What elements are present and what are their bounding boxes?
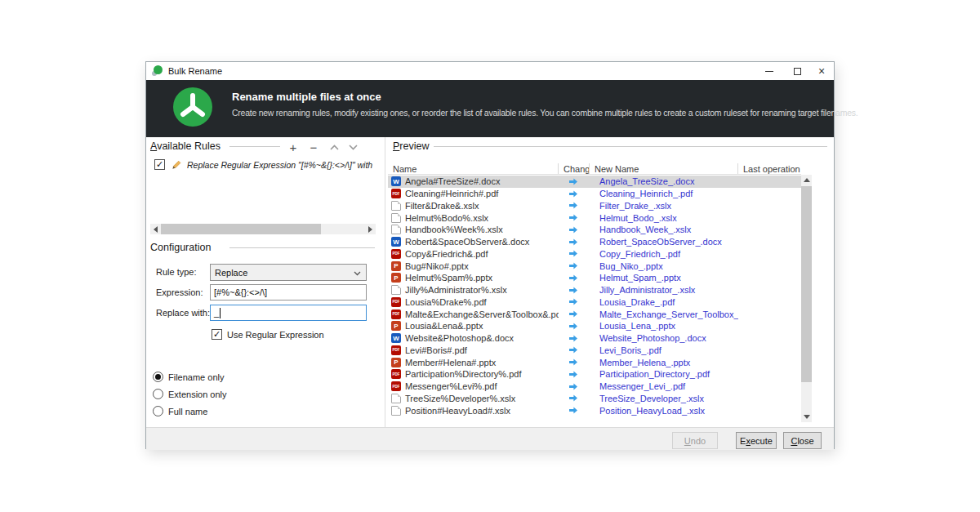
last-operation-status-cell <box>738 200 801 212</box>
new-file-name: Helmut_Bodo_.xslx <box>590 211 738 224</box>
new-file-name: TreeSize_Developer_.xslx <box>590 393 738 405</box>
table-row[interactable]: PMember#Helena#.pptxMember_Helena_.pptx <box>388 356 801 368</box>
column-header-change[interactable]: Change <box>559 163 590 174</box>
preview-vertical-scrollbar[interactable] <box>801 175 812 422</box>
table-row[interactable]: WAngela#TreeSize#.docxAngela_TreeSize_.d… <box>388 176 801 188</box>
change-cell <box>559 284 590 296</box>
radio-icon[interactable] <box>153 406 163 416</box>
last-operation-status-cell <box>738 296 801 309</box>
table-row[interactable]: PDFCleaning#Heinrich#.pdfCleaning_Heinri… <box>388 188 801 200</box>
pdf-file-icon: PDF <box>391 189 401 198</box>
table-row[interactable]: PDFMessenger%Levi%.pdfMessenger_Levi_.pd… <box>388 381 801 393</box>
move-rule-up-button[interactable] <box>326 140 342 154</box>
available-rules-heading: Available Rules <box>150 140 220 152</box>
change-arrow-icon <box>568 358 578 366</box>
change-cell <box>559 188 590 200</box>
file-name-cell: PHelmut%Spam%.pptx <box>388 272 559 284</box>
column-header-name[interactable]: Name <box>388 163 559 174</box>
table-row[interactable]: PBug#Niko#.pptxBug_Niko_.pptx <box>388 260 801 272</box>
remove-rule-button[interactable]: − <box>305 140 322 154</box>
file-name-cell: PDFLevi#Boris#.pdf <box>388 345 559 357</box>
scope-option-full-name[interactable]: Full name <box>153 405 207 417</box>
radio-selected-icon[interactable] <box>153 372 163 382</box>
change-arrow-icon <box>568 202 578 209</box>
new-file-name: Lousia_Drake_.pdf <box>590 296 738 309</box>
expression-label: Expression: <box>156 287 203 297</box>
close-button[interactable]: Close <box>783 432 822 449</box>
rule-type-label: Rule type: <box>156 267 197 277</box>
change-arrow-icon <box>568 226 578 234</box>
ppt-file-icon: P <box>391 358 401 367</box>
table-row[interactable]: WWebsite&Photoshop&.docxWebsite_Photosho… <box>388 332 801 345</box>
change-cell <box>559 345 590 357</box>
use-regex-option[interactable]: ✓ Use Regular Expression <box>212 329 324 340</box>
table-row[interactable]: PLousia&Lena&.pptxLousia_Lena_.pptx <box>388 320 801 332</box>
file-name-cell: PDFLousia%Drake%.pdf <box>388 296 559 309</box>
scroll-left-arrow-icon[interactable] <box>150 224 161 234</box>
radio-icon[interactable] <box>153 389 163 399</box>
title-bar[interactable]: Bulk Rename × <box>146 62 834 80</box>
last-operation-status-cell <box>738 404 801 416</box>
use-regex-checkbox[interactable]: ✓ <box>212 329 222 340</box>
change-arrow-icon <box>568 262 578 269</box>
scroll-down-arrow-icon[interactable] <box>801 412 812 422</box>
scrollbar-thumb[interactable] <box>801 186 812 382</box>
table-row[interactable]: TreeSize%Developer%.xslxTreeSize_Develop… <box>388 393 801 405</box>
file-name-cell: PBug#Niko#.pptx <box>388 260 559 272</box>
close-window-button[interactable]: × <box>808 62 835 80</box>
minimize-button[interactable] <box>755 62 783 80</box>
table-row[interactable]: Jilly%Administrator%.xslxJilly_Administr… <box>388 284 801 296</box>
rule-enabled-checkbox[interactable]: ✓ <box>154 159 165 170</box>
table-row[interactable]: Helmut%Bodo%.xslxHelmut_Bodo_.xslx <box>388 211 801 224</box>
table-row[interactable]: PDFCopy&Friedrich&.pdfCopy_Friedrich_.pd… <box>388 248 801 260</box>
rule-type-select[interactable]: Replace <box>210 264 367 281</box>
execute-button[interactable]: Execute <box>736 432 777 449</box>
table-row[interactable]: PHelmut%Spam%.pptxHelmut_Spam_.pptx <box>388 272 801 284</box>
original-file-name: Levi#Boris#.pdf <box>405 345 467 355</box>
replace-with-input[interactable]: _ <box>210 305 367 321</box>
table-row[interactable]: Position#HeavyLoad#.xslxPosition_HeavyLo… <box>388 404 801 416</box>
original-file-name: Position#HeavyLoad#.xslx <box>405 406 510 416</box>
table-row[interactable]: PDFMalte&Exchange&Server&Toolbox&.pdfMal… <box>388 308 801 320</box>
generic-file-icon <box>391 213 401 223</box>
original-file-name: Filter&Drake&.xslx <box>405 201 479 211</box>
table-row[interactable]: PDFParticipation%Directory%.pdfParticipa… <box>388 368 801 381</box>
undo-button[interactable]: Undo <box>672 432 718 449</box>
scrollbar-thumb[interactable] <box>161 224 321 234</box>
pdf-file-icon: PDF <box>391 249 401 259</box>
change-cell <box>559 368 590 381</box>
move-rule-down-button[interactable] <box>345 140 361 154</box>
change-arrow-icon <box>568 287 578 294</box>
rule-list-item[interactable]: ✓ Replace Regular Expression "[#%~&{}:<>… <box>150 158 376 171</box>
change-cell <box>559 272 590 284</box>
table-row[interactable]: WRobert&SpaceObServer&.docxRobert_SpaceO… <box>388 236 801 248</box>
table-row[interactable]: Handbook%Week%.xslxHandbook_Week_.xslx <box>388 224 801 236</box>
column-header-last-operation[interactable]: Last operation sta... <box>738 163 801 174</box>
last-operation-status-cell <box>738 224 801 236</box>
add-rule-button[interactable]: + <box>285 140 301 154</box>
column-header-new-name[interactable]: New Name <box>590 163 738 174</box>
scope-option-extension-only[interactable]: Extension only <box>153 388 227 400</box>
scope-option-filename-only[interactable]: Filename only <box>153 371 224 383</box>
table-row[interactable]: Filter&Drake&.xslxFilter_Drake_.xslx <box>388 200 801 212</box>
maximize-button[interactable] <box>783 62 811 80</box>
change-arrow-icon <box>568 178 578 185</box>
word-file-icon: W <box>391 237 401 247</box>
pdf-file-icon: PDF <box>391 369 401 379</box>
rules-horizontal-scrollbar[interactable] <box>150 224 376 234</box>
expression-input[interactable]: [#%~&{}:<>/\] <box>210 284 367 301</box>
file-name-cell: Filter&Drake&.xslx <box>388 200 559 212</box>
original-file-name: Robert&SpaceObServer&.docx <box>405 237 529 247</box>
change-cell <box>559 320 590 332</box>
scroll-up-arrow-icon[interactable] <box>801 175 812 185</box>
original-file-name: Angela#TreeSize#.docx <box>405 176 500 186</box>
scroll-right-arrow-icon[interactable] <box>365 224 376 234</box>
change-cell <box>559 381 590 393</box>
change-cell <box>559 224 590 236</box>
last-operation-status-cell <box>738 236 801 248</box>
original-file-name: TreeSize%Developer%.xslx <box>405 394 515 403</box>
change-arrow-icon <box>568 323 578 330</box>
change-arrow-icon <box>568 371 578 378</box>
table-row[interactable]: PDFLevi#Boris#.pdfLevi_Boris_.pdf <box>388 345 801 357</box>
table-row[interactable]: PDFLousia%Drake%.pdfLousia_Drake_.pdf <box>388 296 801 309</box>
